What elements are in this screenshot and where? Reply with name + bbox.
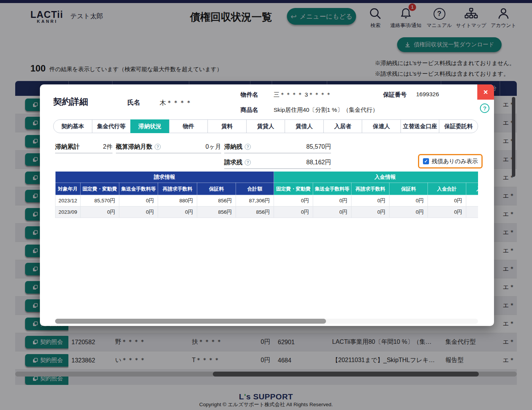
modal-hscroll-track[interactable] (55, 319, 478, 324)
close-icon: × (483, 88, 488, 97)
stat-arrears-months-label: 概算滞納月数 (116, 143, 152, 151)
arrears-table-wrap: 請求情報 入金情報 対象年月 固定費・変動費 集送金手数料等 再請求手数料 保証… (55, 171, 478, 218)
tab-7[interactable]: 入居者 (323, 119, 363, 133)
guarantee-number-label: 保証番号 (383, 91, 407, 99)
property-label: 物件名 (241, 91, 258, 99)
close-button[interactable]: × (477, 84, 494, 100)
tooltip-icon[interactable]: ? (155, 144, 161, 150)
tab-10[interactable]: 保証委託料 (439, 119, 478, 133)
arrears-table: 請求情報 入金情報 対象年月 固定費・変動費 集送金手数料等 再請求手数料 保証… (55, 171, 478, 218)
tab-6[interactable]: 賃借人 (285, 119, 324, 133)
filter-remaining-debt[interactable]: ✓ 残債ありのみ表示 (418, 154, 483, 168)
stat-arrears-count-value: 2件 (103, 143, 112, 151)
detail-tabs: 契約基本集金代行等滞納状況物件賃料賃貸人賃借人入居者保連人立替送金口座保証委託料 (53, 119, 478, 133)
tab-8[interactable]: 保連人 (362, 119, 401, 133)
column-header-row: 対象年月 固定費・変動費 集送金手数料等 再請求手数料 保証料 合計額 固定費・… (55, 183, 478, 195)
stat-arrears-count-label: 滞納累計 (55, 143, 79, 151)
stat-arrears-count: 滞納累計 2件 (55, 141, 112, 153)
tab-4[interactable]: 賃料 (207, 119, 247, 133)
product-label: 商品名 (241, 106, 258, 114)
tooltip-icon[interactable]: ? (245, 159, 251, 165)
group-header-billing: 請求情報 (55, 172, 274, 183)
guarantee-number-value: 1699326 (416, 91, 439, 98)
tab-9[interactable]: 立替送金口座 (401, 119, 440, 133)
property-value: 三＊＊＊＊ 3＊＊＊＊ (274, 91, 331, 99)
stat-arrears-balance-value: 85,570円 (306, 143, 331, 151)
stat-arrears-months: 概算滞納月数 ? 0ヶ月 (116, 141, 221, 153)
stat-billing-balance: 請求残 ? 88,162円 (224, 156, 331, 169)
stat-billing-balance-label: 請求残 (224, 159, 242, 167)
contract-detail-modal: 契約詳細 氏名 木＊＊＊＊ 物件名 三＊＊＊＊ 3＊＊＊＊ 商品名 Skip居住… (40, 84, 494, 326)
stat-arrears-balance-label: 滞納残 (224, 143, 242, 151)
tab-0[interactable]: 契約基本 (53, 119, 92, 133)
tab-2[interactable]: 滞納状況 (130, 119, 169, 133)
name-label: 氏名 (127, 98, 140, 107)
product-value: Skip居住用40〔分割1 %〕（集金代行） (274, 106, 378, 114)
tab-5[interactable]: 賃貸人 (246, 119, 285, 133)
stat-billing-balance-value: 88,162円 (306, 159, 331, 167)
arrears-row: 2023/090円0円0円856円856円0円0円0円0円0円 (55, 207, 478, 218)
checkbox-label: 残債ありのみ表示 (432, 158, 478, 165)
page: LACTii KANRI テスト太郎 債権回収状況一覧 ↩ メニューにもどる 検… (0, 0, 532, 410)
tab-3[interactable]: 物件 (169, 119, 208, 133)
stat-arrears-balance: 滞納残 ? 85,570円 (224, 141, 331, 153)
modal-hscroll-thumb[interactable] (55, 319, 326, 324)
help-icon[interactable]: ? (480, 103, 489, 113)
arrears-row: 2023/1285,570円0円880円856円87,306円0円0円0円0円0… (55, 195, 478, 207)
checkbox-checked[interactable]: ✓ (423, 158, 429, 164)
group-header-payment: 入金情報 (274, 172, 478, 183)
modal-title: 契約詳細 (53, 96, 88, 108)
tooltip-icon[interactable]: ? (245, 144, 251, 150)
stat-arrears-months-value: 0ヶ月 (206, 143, 221, 151)
tab-1[interactable]: 集金代行等 (92, 119, 131, 133)
name-value: 木＊＊＊＊ (160, 99, 192, 107)
